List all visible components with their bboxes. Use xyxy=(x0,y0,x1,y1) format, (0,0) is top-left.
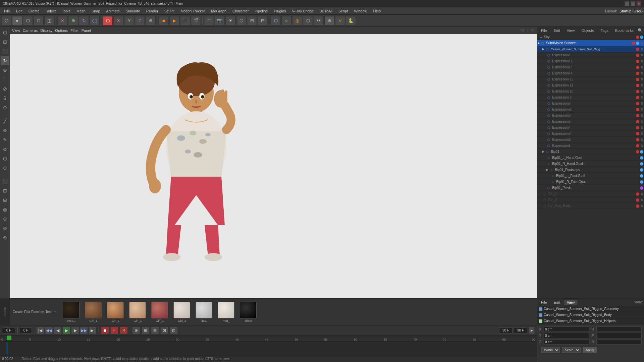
tool-select-live[interactable]: ⬡ xyxy=(103,16,113,25)
btn-next-key[interactable]: ▶▶ xyxy=(80,327,88,334)
mat-menu-texture[interactable]: Texture xyxy=(46,310,57,314)
btn-key-all[interactable]: ⊞ xyxy=(142,327,150,334)
menu-animate[interactable]: Animate xyxy=(104,8,122,14)
tool-edge-mode[interactable]: ⬡ xyxy=(23,16,33,25)
obj-item-girl2[interactable]: ⬡ Girl_2 ⇅ xyxy=(537,197,644,203)
btn-next-frame[interactable]: ▶ xyxy=(71,327,79,334)
obj-item-girl1[interactable]: ⬡ Girl_1 ⇅ xyxy=(537,191,644,197)
coord-p-input[interactable] xyxy=(596,333,642,338)
mat-menu-function[interactable]: Function xyxy=(31,310,44,314)
vp-menu-options[interactable]: Options xyxy=(55,28,68,33)
tool-l11[interactable]: ⊛ xyxy=(1,126,9,135)
tool-object-mode[interactable]: ⬡ xyxy=(1,16,11,25)
tool-l10[interactable]: ╱ xyxy=(1,117,9,125)
attr-tab-file[interactable]: File xyxy=(538,300,550,305)
btn-record-pos[interactable]: P xyxy=(110,327,118,334)
menu-vray[interactable]: V-Ray Bridge xyxy=(289,8,317,14)
obj-item-expr16[interactable]: ⬡ Expression1 ⇅ xyxy=(537,143,644,149)
fps-input[interactable] xyxy=(499,327,513,334)
current-frame-input[interactable] xyxy=(2,327,15,334)
tool-l12[interactable]: ✎ xyxy=(1,135,9,144)
obj-search-icon[interactable]: 🔍 xyxy=(638,28,643,33)
apply-button[interactable]: Apply xyxy=(583,347,597,353)
menu-create[interactable]: Create xyxy=(26,8,42,14)
attr-tab-view[interactable]: View xyxy=(564,300,578,305)
vp-menu-display[interactable]: Display xyxy=(40,28,52,33)
total-frames-input[interactable] xyxy=(514,327,527,334)
tool-select-x[interactable]: X xyxy=(113,16,123,25)
tool-python[interactable]: 🐍 xyxy=(346,16,356,25)
tool-l20[interactable]: ⊕ xyxy=(1,215,9,223)
coord-z-pos-input[interactable] xyxy=(544,339,589,345)
tool-l17[interactable]: ⊞ xyxy=(1,186,9,195)
tool-vray-logo[interactable]: V xyxy=(335,16,345,25)
obj-item-subdivision[interactable]: ▶ ⬡ Subdivision Surface ⇅ xyxy=(537,40,644,46)
obj-tab-objects[interactable]: Objects xyxy=(579,28,596,33)
tool-plugin4[interactable]: ⬡ xyxy=(303,16,313,25)
menu-mograph[interactable]: MoGraph xyxy=(208,8,229,14)
menu-simulate[interactable]: Simulate xyxy=(123,8,143,14)
tool-rotate[interactable]: ↻ xyxy=(79,16,89,25)
tool-render-mp[interactable]: 🎬 xyxy=(191,16,201,25)
btn-key-sel[interactable]: ⊟ xyxy=(151,327,159,334)
tool-plugin2[interactable]: ○ xyxy=(281,16,291,25)
menu-snap[interactable]: Snap xyxy=(89,8,103,14)
obj-item-expr1[interactable]: ⬡ Expression1 ⇅ xyxy=(537,52,644,58)
menu-mesh[interactable]: Mesh xyxy=(74,8,88,14)
vp-menu-panel[interactable]: Panel xyxy=(82,28,91,33)
mat-menu-edit[interactable]: Edit xyxy=(24,310,30,314)
obj-item-footsteps[interactable]: ▶ ○ Bip01_Footsteps xyxy=(537,167,644,173)
viewport-expand-icon[interactable]: ⊞ xyxy=(520,28,524,33)
vp-menu-view[interactable]: View xyxy=(12,28,20,33)
tool-plugin1[interactable]: ⬡ xyxy=(271,16,281,25)
tool-texture[interactable]: ⊞ xyxy=(1,38,9,46)
attr-obj-row1[interactable]: Casual_Women_Summer_Suit_Rigged_Geometry xyxy=(537,306,644,312)
tool-object[interactable]: ⬡ xyxy=(1,28,9,37)
obj-item-expr3[interactable]: ⬡ Expression13 ⇅ xyxy=(537,64,644,70)
obj-item-expr13[interactable]: ⬡ Expression4 ⇅ xyxy=(537,125,644,131)
btn-ik[interactable]: ⊕ xyxy=(132,327,140,334)
btn-prev-key[interactable]: ◀◀ xyxy=(45,327,53,334)
attr-obj-row3[interactable]: Casual_Women_Summer_Suit_Rigged_Helpers xyxy=(537,318,644,324)
tool-l13[interactable]: ⊘ xyxy=(1,145,9,154)
menu-help[interactable]: Help xyxy=(371,8,384,14)
tool-plugin3[interactable]: ◎ xyxy=(292,16,302,25)
close-button[interactable]: ✕ xyxy=(637,1,641,6)
maximize-button[interactable]: □ xyxy=(631,1,635,6)
btn-go-start[interactable]: |◀ xyxy=(36,327,44,334)
obj-tab-bookmarks[interactable]: Bookmarks xyxy=(612,28,636,33)
mat-girl1e[interactable]: Girl_1 xyxy=(172,302,192,322)
tool-grid[interactable]: ⊟ xyxy=(258,16,268,25)
menu-character[interactable]: Character xyxy=(230,8,251,14)
world-dropdown[interactable]: World xyxy=(541,347,560,353)
tool-l16[interactable]: ⬛ xyxy=(1,177,9,186)
obj-item-expr6[interactable]: ⬡ Expression 11 ⇅ xyxy=(537,82,644,88)
tool-world-coord[interactable]: ⊕ xyxy=(146,16,156,25)
tool-circle[interactable]: ◯ xyxy=(90,16,100,25)
menu-select[interactable]: Select xyxy=(43,8,59,14)
menu-3dtoall[interactable]: 3DToAll xyxy=(317,8,335,14)
obj-item-main-group[interactable]: ▶ ⬡ Casual_Women_Summer_Suit_Rigg... ⇅ xyxy=(537,46,644,52)
menu-edit[interactable]: Edit xyxy=(13,8,25,14)
obj-item-expr11[interactable]: ⬡ Expression6 ⇅ xyxy=(537,113,644,119)
tool-select-y[interactable]: Y xyxy=(124,16,134,25)
tool-add-light[interactable]: ☀ xyxy=(225,16,235,25)
tool-l18[interactable]: ⊟ xyxy=(1,196,9,204)
attr-obj-row2[interactable]: Casual_Women_Summer_Suit_Rigged_Body xyxy=(537,312,644,318)
tool-l22[interactable]: ⊛ xyxy=(1,233,9,242)
tool-point-mode[interactable]: ● xyxy=(12,16,22,25)
tool-plugin5[interactable]: ☷ xyxy=(314,16,324,25)
mat-girl1c[interactable]: Girl_1 xyxy=(127,302,148,322)
obj-item-bip01[interactable]: ▶ ⬡ Bip01 xyxy=(537,149,644,155)
mat-intc[interactable]: intc. xyxy=(194,302,214,322)
attr-tab-edit[interactable]: Edit xyxy=(551,300,563,305)
tool-l21[interactable]: ⊘ xyxy=(1,224,9,233)
obj-tab-view[interactable]: View xyxy=(564,28,578,33)
coord-h-input[interactable] xyxy=(596,326,642,332)
mat-girl1d[interactable]: Girl_1 xyxy=(150,302,170,322)
tool-l14[interactable]: ⬡ xyxy=(1,154,9,163)
btn-tl-expand[interactable]: ▶ xyxy=(529,327,535,334)
menu-pipeline[interactable]: Pipeline xyxy=(252,8,270,14)
tool-add-cube[interactable]: □ xyxy=(204,16,214,25)
menu-file[interactable]: File xyxy=(1,8,13,14)
